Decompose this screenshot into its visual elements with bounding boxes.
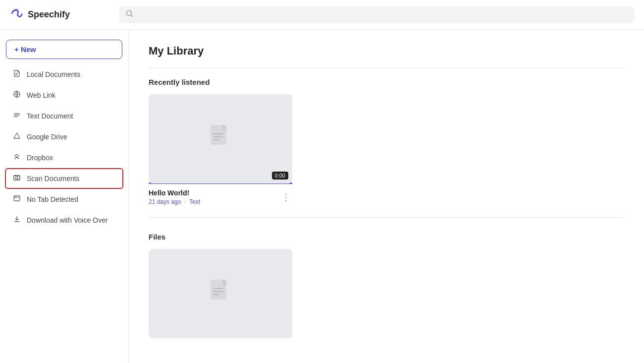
card-title: Hello World! xyxy=(149,189,200,197)
sidebar-item-label: Scan Documents xyxy=(27,175,80,182)
local-documents-icon xyxy=(12,69,22,79)
download-voice-over-icon xyxy=(12,215,22,225)
logo-area: Speechify xyxy=(10,6,109,23)
sidebar-item-web-link[interactable]: Web Link xyxy=(6,86,122,105)
search-input[interactable] xyxy=(138,11,627,19)
web-link-icon xyxy=(12,90,22,100)
files-title: Files xyxy=(149,233,624,241)
sidebar: + New Local Documents Web Link xyxy=(0,30,129,363)
sidebar-item-no-tab-detected[interactable]: No Tab Detected xyxy=(6,190,122,209)
cards-row: 0:00 Hello World! 21 days ago · Text xyxy=(149,94,624,205)
sidebar-item-label: Local Documents xyxy=(27,70,80,78)
sidebar-item-label: No Tab Detected xyxy=(27,195,78,203)
sidebar-item-label: Dropbox xyxy=(27,154,53,162)
card-timestamp: 0:00 xyxy=(272,172,288,180)
page-title: My Library xyxy=(149,45,624,58)
google-drive-icon xyxy=(12,132,22,142)
main-layout: + New Local Documents Web Link xyxy=(0,30,644,363)
card-menu-button[interactable]: ⋮ xyxy=(279,190,292,205)
sidebar-item-scan-documents[interactable]: Scan Documents xyxy=(6,169,122,188)
sidebar-item-label: Text Document xyxy=(27,112,73,120)
sidebar-item-download-voice-over[interactable]: Download with Voice Over xyxy=(6,211,122,230)
new-button[interactable]: + New xyxy=(6,40,122,59)
recently-listened-title: Recently listened xyxy=(149,78,624,86)
card-hello-world[interactable]: 0:00 Hello World! 21 days ago · Text xyxy=(149,94,292,205)
sidebar-item-local-documents[interactable]: Local Documents xyxy=(6,65,122,84)
svg-rect-10 xyxy=(211,125,226,145)
card-info: Hello World! 21 days ago · Text ⋮ xyxy=(149,189,292,205)
no-tab-icon xyxy=(12,194,22,204)
logo-text: Speechify xyxy=(28,9,70,20)
svg-rect-7 xyxy=(14,176,20,180)
recently-listened-section: Recently listened xyxy=(149,78,624,205)
card-doc-icon xyxy=(210,124,231,154)
sidebar-item-google-drive[interactable]: Google Drive xyxy=(6,127,122,146)
search-icon xyxy=(126,10,134,19)
search-bar[interactable] xyxy=(119,6,634,23)
svg-point-8 xyxy=(16,177,18,179)
svg-rect-9 xyxy=(14,196,20,201)
sidebar-item-label: Google Drive xyxy=(27,133,67,141)
dropbox-icon xyxy=(12,153,22,163)
files-divider xyxy=(149,217,624,218)
header: Speechify xyxy=(0,0,644,30)
card-meta: 21 days ago · Text xyxy=(149,198,200,205)
file-card[interactable] xyxy=(149,249,292,338)
sidebar-item-dropbox[interactable]: Dropbox xyxy=(6,148,122,167)
sidebar-item-label: Download with Voice Over xyxy=(27,216,107,224)
text-document-icon xyxy=(12,111,22,121)
sidebar-item-text-document[interactable]: Text Document xyxy=(6,107,122,125)
svg-rect-14 xyxy=(211,280,226,300)
sidebar-item-label: Web Link xyxy=(27,91,55,99)
scan-documents-icon xyxy=(12,174,22,183)
file-card-thumbnail xyxy=(149,249,292,338)
files-cards-row xyxy=(149,249,624,338)
files-section: Files xyxy=(149,233,624,338)
card-text: Hello World! 21 days ago · Text xyxy=(149,189,200,205)
file-card-doc-icon xyxy=(210,279,231,309)
card-thumbnail: 0:00 xyxy=(149,94,292,183)
speechify-logo-icon xyxy=(10,6,24,23)
content-area: My Library Recently listened xyxy=(129,30,644,363)
section-divider xyxy=(149,67,624,68)
